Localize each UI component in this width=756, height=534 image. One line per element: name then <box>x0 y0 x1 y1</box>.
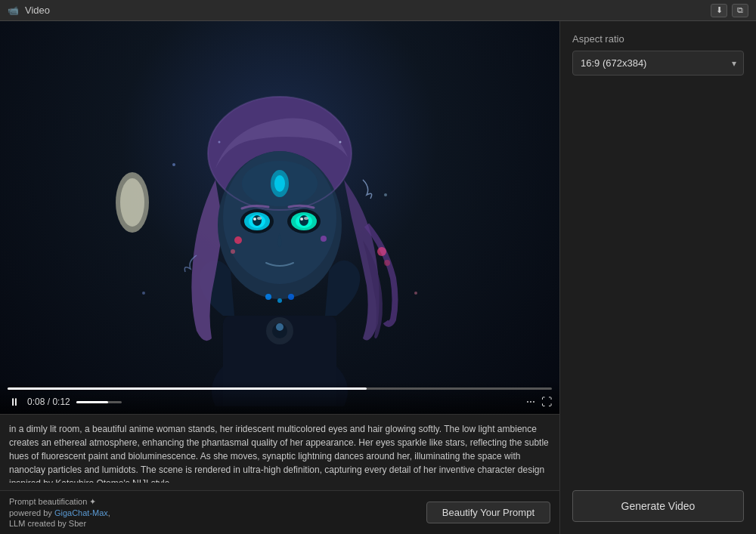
video-area[interactable]: ⏸ 0:08 / 0:12 ⋯ ⛶ <box>0 21 559 414</box>
main-layout: ⏸ 0:08 / 0:12 ⋯ ⛶ in a dimly lit room, a… <box>0 21 756 534</box>
progress-bar-track[interactable] <box>8 387 552 390</box>
svg-point-15 <box>274 175 285 192</box>
svg-point-32 <box>277 298 282 303</box>
svg-point-27 <box>304 217 308 220</box>
play-pause-button[interactable]: ⏸ <box>8 394 21 409</box>
volume-fill <box>76 401 108 403</box>
svg-point-31 <box>265 294 271 300</box>
svg-point-35 <box>384 193 387 196</box>
right-panel-spacer <box>572 86 744 480</box>
window-title: Video <box>25 5 50 16</box>
download-button[interactable]: ⬇ <box>711 4 727 17</box>
llm-label: LLM created by Sber <box>9 519 110 528</box>
svg-point-34 <box>172 163 175 166</box>
svg-point-25 <box>299 215 308 226</box>
progress-bar-fill <box>8 387 367 390</box>
generate-video-button[interactable]: Generate Video <box>572 490 744 522</box>
svg-point-2 <box>120 178 144 227</box>
video-icon: 📹 <box>8 5 19 16</box>
bottom-info-row: Prompt beautification ✦ powered by GigaC… <box>9 497 110 528</box>
aspect-ratio-select-wrapper: 16:9 (672x384) 9:16 (384x672) 1:1 (512x5… <box>572 51 744 76</box>
svg-point-33 <box>288 294 294 300</box>
settings-button[interactable]: ⋯ <box>526 397 535 407</box>
volume-track[interactable] <box>76 401 122 403</box>
svg-point-8 <box>377 247 386 256</box>
prompt-area: in a dimly lit room, a beautiful anime w… <box>0 414 559 490</box>
aspect-ratio-label: Aspect ratio <box>572 33 744 45</box>
gigachat-link[interactable]: GigaChat-Max <box>54 508 108 517</box>
prompt-beautification-label: Prompt beautification ✦ <box>9 497 110 507</box>
svg-point-28 <box>234 236 242 244</box>
prompt-text: in a dimly lit room, a beautiful anime w… <box>9 422 550 483</box>
aspect-ratio-select[interactable]: 16:9 (672x384) 9:16 (384x672) 1:1 (512x5… <box>572 51 744 76</box>
fullscreen-button[interactable]: ⛶ <box>541 396 552 408</box>
time-display: 0:08 / 0:12 <box>27 397 70 407</box>
svg-point-30 <box>321 236 327 242</box>
video-controls: ⏸ 0:08 / 0:12 ⋯ ⛶ <box>0 381 559 414</box>
share-button[interactable]: ⧉ <box>732 4 748 17</box>
video-background <box>0 21 559 414</box>
aspect-ratio-field: Aspect ratio 16:9 (672x384) 9:16 (384x67… <box>572 33 744 76</box>
svg-point-38 <box>414 292 417 295</box>
right-panel: Aspect ratio 16:9 (672x384) 9:16 (384x67… <box>559 21 756 534</box>
svg-point-36 <box>339 141 342 144</box>
top-bar-actions: ⬇ ⧉ <box>711 4 748 17</box>
top-bar: 📹 Video ⬇ ⧉ <box>0 0 756 21</box>
svg-point-39 <box>142 292 145 295</box>
svg-point-9 <box>384 260 390 266</box>
sparkle-icon: ✦ <box>89 497 96 506</box>
svg-point-29 <box>231 249 235 254</box>
bottom-bar: Prompt beautification ✦ powered by GigaC… <box>0 490 559 534</box>
powered-by-text: powered by GigaChat-Max, <box>9 508 110 517</box>
left-panel: ⏸ 0:08 / 0:12 ⋯ ⛶ in a dimly lit room, a… <box>0 21 559 534</box>
controls-row: ⏸ 0:08 / 0:12 ⋯ ⛶ <box>8 394 552 409</box>
svg-point-7 <box>276 323 284 331</box>
svg-point-26 <box>300 218 303 221</box>
svg-point-21 <box>257 217 262 220</box>
svg-point-37 <box>218 141 221 144</box>
beautify-prompt-button[interactable]: Beautify Your Prompt <box>426 502 550 523</box>
svg-point-20 <box>253 218 256 221</box>
svg-point-19 <box>253 215 262 226</box>
video-frame <box>0 21 559 414</box>
